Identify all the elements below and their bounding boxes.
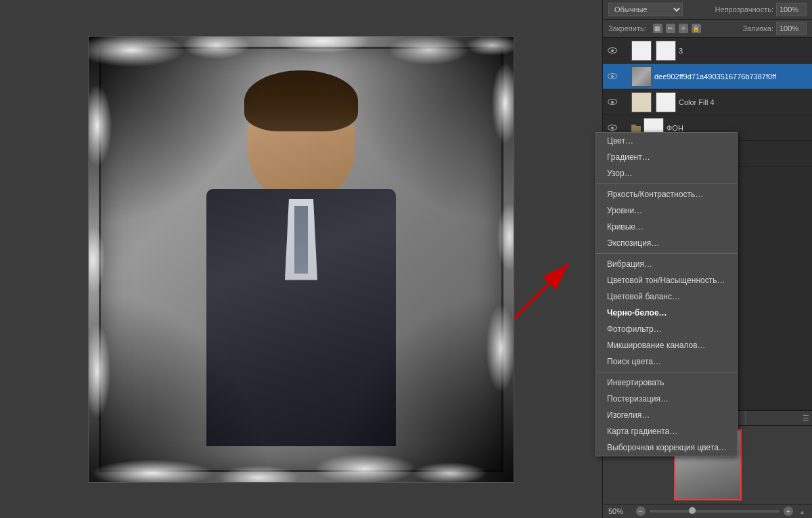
layer-item[interactable]: Color Fill 4 [603, 89, 812, 115]
red-arrow [508, 251, 589, 332]
menu-item-gradientmap[interactable]: Карта градиента… [596, 423, 737, 439]
person-silhouette [193, 64, 409, 443]
opacity-container: Непрозрачность: [715, 3, 807, 16]
layer-thumbnail [631, 41, 652, 61]
layer-item-selected[interactable]: dee902ff9d71a4903516776b7387f0ff [603, 64, 812, 89]
lock-icons: ▦ ✏ ✛ 🔒 [653, 24, 701, 33]
canvas-wrapper [88, 36, 514, 483]
eye-icon [608, 125, 617, 131]
layers-header: Обычные Непрозрачность: [603, 0, 812, 20]
menu-item-curves[interactable]: Кривые… [596, 219, 737, 235]
menu-item-selectivecorrect[interactable]: Выборочная коррекция цвета… [596, 439, 737, 456]
menu-item-photofilter[interactable]: Фотофильтр… [596, 321, 737, 337]
menu-separator-3 [596, 372, 737, 372]
layer-visibility-toggle[interactable] [607, 97, 618, 108]
person-suit [206, 189, 396, 446]
right-panel: Обычные Непрозрачность: Закрепить: ▦ ✏ ✛… [602, 0, 812, 518]
opacity-label: Непрозрачность: [715, 5, 773, 14]
zoom-value: 50% [608, 507, 632, 515]
menu-item-tsvet[interactable]: Цвет… [596, 133, 737, 149]
zoom-out-small-icon[interactable]: ▴ [797, 506, 807, 516]
lock-label: Закрепить: [608, 24, 646, 33]
eye-icon [608, 47, 617, 53]
thumb-white-mask [656, 93, 675, 112]
menu-separator [596, 184, 737, 184]
zoom-slider[interactable] [650, 510, 780, 513]
person-shirt [281, 199, 321, 280]
layer-mask-thumbnail [656, 92, 676, 112]
canvas-area [0, 0, 602, 518]
zoom-out-button[interactable]: − [636, 506, 646, 516]
lock-paint-icon[interactable]: ✏ [666, 24, 675, 33]
menu-item-colorbalance[interactable]: Цветовой баланс… [596, 288, 737, 305]
lock-transparency-icon[interactable]: ▦ [653, 24, 662, 33]
menu-item-colorsearch[interactable]: Поиск цвета… [596, 353, 737, 370]
thumb-photo [632, 67, 651, 86]
menu-item-invert[interactable]: Инвертировать [596, 374, 737, 391]
svg-line-1 [514, 264, 568, 318]
layer-thumbnail [631, 92, 652, 112]
context-menu: Цвет… Градиент… Узор… Яркость/Контрастно… [595, 132, 738, 456]
fill-label: Заливка: [743, 24, 773, 33]
opacity-input[interactable] [776, 3, 807, 16]
svg-rect-3 [631, 125, 636, 127]
thumb-white-mask [656, 41, 675, 60]
fill-container: Заливка: [743, 22, 807, 35]
layer-mask-thumbnail [656, 41, 676, 61]
menu-item-brightness[interactable]: Яркость/Контрастность… [596, 186, 737, 202]
lock-row: Закрепить: ▦ ✏ ✛ 🔒 Заливка: [603, 20, 812, 38]
layer-visibility-toggle[interactable] [607, 71, 618, 82]
photo-background [89, 37, 514, 482]
menu-separator-2 [596, 253, 737, 254]
zoom-slider-thumb [689, 507, 696, 514]
eye-icon [608, 73, 617, 79]
layer-name: 3 [679, 47, 808, 55]
menu-item-threshold[interactable]: Изогелия… [596, 407, 737, 423]
person-hair [244, 70, 358, 131]
canvas-image [88, 36, 514, 483]
menu-item-posterize[interactable]: Постеризация… [596, 391, 737, 407]
eye-icon [608, 99, 617, 105]
lock-move-icon[interactable]: ✛ [679, 24, 688, 33]
layer-name: ФОН [667, 124, 808, 132]
lock-all-icon[interactable]: 🔒 [692, 24, 701, 33]
layer-name: Color Fill 4 [679, 98, 808, 106]
layer-name: dee902ff9d71a4903516776b7387f0ff [654, 72, 808, 81]
splatter-overlay [89, 37, 514, 482]
navigator-footer: 50% − + ▴ [603, 504, 812, 518]
menu-item-channelmixer[interactable]: Микширование каналов… [596, 337, 737, 353]
blend-mode-select[interactable]: Обычные [608, 3, 683, 16]
menu-item-levels[interactable]: Уровни… [596, 202, 737, 219]
folder-icon [631, 123, 641, 133]
person-tie [294, 206, 308, 274]
layer-visibility-toggle[interactable] [607, 45, 618, 56]
menu-item-exposure[interactable]: Экспозиция… [596, 235, 737, 251]
menu-item-uzor[interactable]: Узор… [596, 165, 737, 181]
menu-item-bw[interactable]: Черно-белое… [596, 305, 737, 321]
thumb-white [632, 41, 651, 60]
zoom-in-button[interactable]: + [784, 506, 793, 516]
layer-thumbnail [631, 66, 652, 87]
menu-item-gradient[interactable]: Градиент… [596, 149, 737, 165]
panel-menu-icon[interactable]: ☰ [800, 411, 812, 425]
person-head [247, 77, 355, 202]
menu-item-vibrance[interactable]: Вибрация… [596, 256, 737, 272]
menu-item-hsl[interactable]: Цветовой тон/Насыщенность… [596, 272, 737, 288]
fill-input[interactable] [776, 22, 807, 35]
layer-item[interactable]: 3 [603, 38, 812, 64]
